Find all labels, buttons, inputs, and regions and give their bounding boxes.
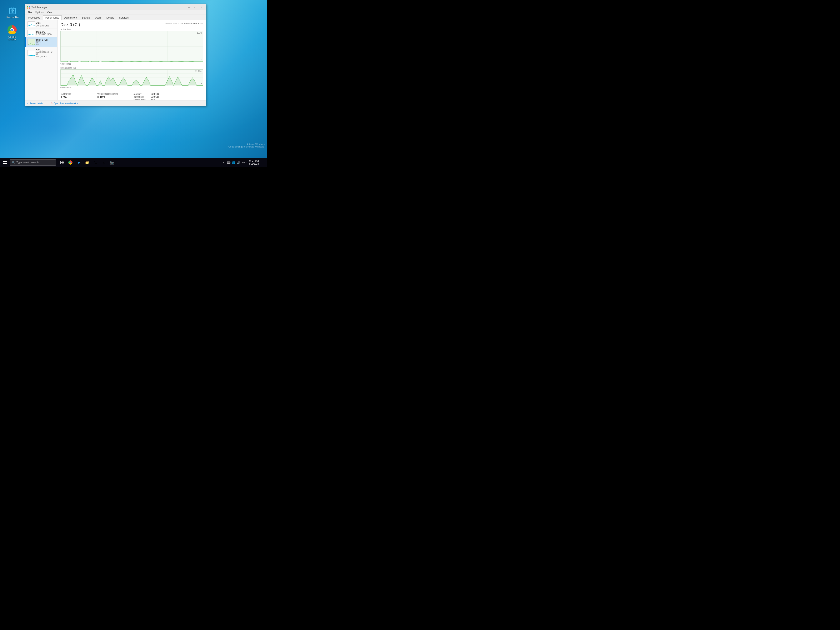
open-resource-monitor-link[interactable]: ⚠ Open Resource Monitor xyxy=(51,102,78,104)
task-manager-footer: ◁ Fewer details | ⚠ Open Resource Monito… xyxy=(25,100,206,106)
svg-rect-27 xyxy=(5,163,7,164)
tray-volume[interactable]: 🔊 xyxy=(237,160,241,164)
disk-sub: SSD xyxy=(36,41,55,43)
recycle-bin-label: Recycle Bin xyxy=(6,16,19,18)
fewer-details-link[interactable]: ◁ Fewer details xyxy=(27,102,43,104)
tray-clock[interactable]: 12:41 PM 3/12/2024 xyxy=(248,160,260,165)
tab-startup[interactable]: Startup xyxy=(80,16,92,20)
svg-rect-29 xyxy=(62,161,64,162)
cpu-sub: 1% 2.04 GHz xyxy=(36,25,55,27)
sidebar-item-disk[interactable]: Disk 0 (C:) SSD 0% xyxy=(25,37,57,47)
tray-time-value: 12:41 PM xyxy=(249,160,259,163)
minimize-button[interactable]: ─ xyxy=(186,5,192,9)
taskbar-center: e 📁 🛍 ✉ 📷 xyxy=(58,159,116,166)
search-icon: 🔍 xyxy=(12,161,15,164)
avg-response-value: 0 ms xyxy=(97,95,131,99)
maximize-button[interactable]: □ xyxy=(192,5,198,9)
desktop-icon-google-chrome[interactable]: Google Chrome xyxy=(4,24,21,41)
graph-top-pct: 100% xyxy=(197,32,202,34)
taskbar-file-explorer[interactable]: 📁 xyxy=(83,159,91,166)
tab-app-history[interactable]: App history xyxy=(62,16,79,20)
graph-bottom-zero: 0 xyxy=(201,83,202,85)
sidebar-item-cpu[interactable]: CPU 1% 2.04 GHz xyxy=(25,20,57,29)
graph-time-1: 60 seconds xyxy=(60,63,203,65)
desktop-icon-recycle-bin[interactable]: ♻ Recycle Bin xyxy=(4,4,21,19)
system-tray: ∧ ⌨ 🌐 🔊 ENG xyxy=(221,160,246,164)
formatted-value: 239 GB xyxy=(151,96,159,98)
disk-pct: 0% xyxy=(36,43,55,46)
gpu-pct: 0% (30 °C) xyxy=(36,55,55,58)
graph-top-zero: 0 xyxy=(201,59,202,62)
system-disk-label: System disk: xyxy=(133,98,149,100)
svg-rect-6 xyxy=(27,6,28,7)
search-bar[interactable]: 🔍 Type here to search xyxy=(10,159,56,166)
tab-bar: Processes Performance App history Startu… xyxy=(25,15,206,20)
recycle-bin-icon: ♻ xyxy=(8,5,17,15)
graph-time-2: 60 seconds xyxy=(60,87,203,89)
show-desktop-button[interactable] xyxy=(261,160,265,164)
svg-rect-25 xyxy=(5,161,7,162)
activate-watermark: Activate Windows Go to Settings to activ… xyxy=(228,143,265,148)
chrome-icon xyxy=(7,25,17,35)
taskbar-camera[interactable]: 📷 xyxy=(108,159,116,166)
start-button[interactable] xyxy=(1,158,9,167)
taskbar-store[interactable]: 🛍 xyxy=(92,159,99,166)
sidebar-item-memory[interactable]: Memory 2.3/7.3 GB (32%) xyxy=(25,29,57,37)
window-controls: ─ □ ✕ xyxy=(186,5,204,9)
cpu-name: CPU xyxy=(36,22,55,25)
stats-grid: Active time 0% Read speed 0 KB/s xyxy=(60,91,203,100)
tab-users[interactable]: Users xyxy=(93,16,104,20)
fewer-details-icon: ◁ xyxy=(27,102,29,104)
task-view-button[interactable] xyxy=(58,159,66,166)
tab-details[interactable]: Details xyxy=(104,16,117,20)
memory-name: Memory xyxy=(36,31,55,33)
system-disk-value: Yes xyxy=(151,98,155,100)
menu-view[interactable]: View xyxy=(46,11,54,14)
disk-transfer-label: Disk transfer rate xyxy=(60,67,203,69)
performance-panel: Disk 0 (C:) SAMSUNG MZVL4256HBJD-00BTW A… xyxy=(57,20,206,100)
chrome-label: Google Chrome xyxy=(5,36,20,41)
taskbar-mail[interactable]: ✉ xyxy=(100,159,107,166)
tray-keyboard[interactable]: ⌨ xyxy=(226,160,231,164)
stat-disk-info: Capacity: 239 GB Formatted: 239 GB Syste… xyxy=(132,92,203,100)
taskbar-chrome[interactable] xyxy=(67,159,74,166)
formatted-label: Formatted: xyxy=(133,96,149,98)
stat-avg-response: Average response time 0 ms xyxy=(96,92,132,100)
gpu-sub: AMD Radeon(TM) Gr... xyxy=(36,51,55,55)
tray-language: ENG xyxy=(242,161,246,164)
avg-response-label: Average response time xyxy=(97,93,131,95)
footer-separator: | xyxy=(47,102,47,104)
graph-bottom-pct: 100 KB/s xyxy=(194,70,202,72)
active-time-stat-value: 0% xyxy=(61,95,95,99)
active-time-graph: 100% 0 xyxy=(60,31,203,62)
taskbar-edge[interactable]: e xyxy=(75,159,82,166)
window-title: Task Manager xyxy=(32,6,186,9)
svg-rect-7 xyxy=(29,6,30,7)
disk-name: Disk 0 (C:) xyxy=(36,38,55,41)
tab-processes[interactable]: Processes xyxy=(26,16,42,20)
tray-date-value: 3/12/2024 xyxy=(248,163,259,165)
tab-services[interactable]: Services xyxy=(117,16,131,20)
memory-mini-graph xyxy=(27,30,35,36)
active-time-label: Active time xyxy=(60,28,203,31)
tray-chevron[interactable]: ∧ xyxy=(221,160,226,164)
menu-file[interactable]: File xyxy=(26,11,33,14)
svg-rect-9 xyxy=(29,8,30,8)
performance-sidebar: CPU 1% 2.04 GHz Memory xyxy=(25,20,57,100)
panel-title: Disk 0 (C:) xyxy=(60,22,80,27)
main-content: CPU 1% 2.04 GHz Memory xyxy=(25,20,206,100)
taskbar-right: ∧ ⌨ 🌐 🔊 ENG 12:41 PM 3/12/2024 xyxy=(221,160,266,165)
gpu-name: GPU 0 xyxy=(36,48,55,51)
stat-active-time: Active time 0% xyxy=(60,92,96,100)
gpu-mini-graph xyxy=(27,50,35,56)
tab-performance[interactable]: Performance xyxy=(43,16,62,20)
svg-rect-8 xyxy=(27,8,28,8)
task-manager-icon xyxy=(27,6,30,9)
search-placeholder: Type here to search xyxy=(16,161,38,164)
disk-mini-graph xyxy=(27,39,35,45)
sidebar-item-gpu[interactable]: GPU 0 AMD Radeon(TM) Gr... 0% (30 °C) xyxy=(25,47,57,59)
close-button[interactable]: ✕ xyxy=(199,5,204,9)
active-time-stat-label: Active time xyxy=(61,93,95,95)
tray-network[interactable]: 🌐 xyxy=(232,160,235,164)
menu-options[interactable]: Options xyxy=(33,11,45,14)
